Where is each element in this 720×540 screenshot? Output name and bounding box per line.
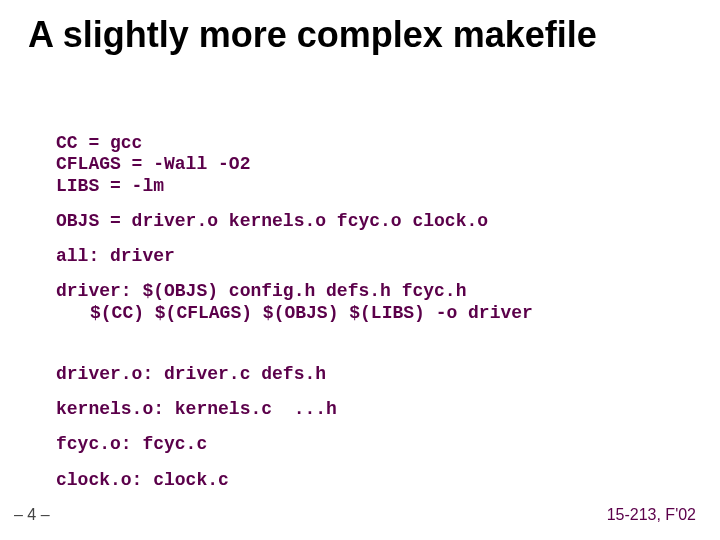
code-line: clock.o: clock.c: [56, 470, 229, 490]
makefile-code: CC = gcc CFLAGS = -Wall -O2 LIBS = -lm O…: [56, 112, 680, 512]
spacer: [56, 267, 680, 281]
course-footer: 15-213, F'02: [607, 506, 696, 524]
page-number: – 4 –: [14, 506, 50, 524]
spacer: [56, 324, 680, 364]
spacer: [56, 420, 680, 434]
code-line: driver.o: driver.c defs.h: [56, 364, 326, 384]
spacer: [56, 232, 680, 246]
code-line: LIBS = -lm: [56, 176, 164, 196]
code-line: CFLAGS = -Wall -O2: [56, 154, 250, 174]
code-line: OBJS = driver.o kernels.o fcyc.o clock.o: [56, 211, 488, 231]
spacer: [56, 456, 680, 470]
code-line: fcyc.o: fcyc.c: [56, 434, 207, 454]
spacer: [56, 197, 680, 211]
code-line: all: driver: [56, 246, 175, 266]
code-line: driver: $(OBJS) config.h defs.h fcyc.h: [56, 281, 466, 301]
slide-title: A slightly more complex makefile: [28, 14, 700, 56]
code-line-indented: $(CC) $(CFLAGS) $(OBJS) $(LIBS) -o drive…: [56, 303, 533, 323]
slide: A slightly more complex makefile CC = gc…: [0, 0, 720, 540]
code-line: CC = gcc: [56, 133, 142, 153]
code-line: kernels.o: kernels.c ...h: [56, 399, 337, 419]
spacer: [56, 385, 680, 399]
